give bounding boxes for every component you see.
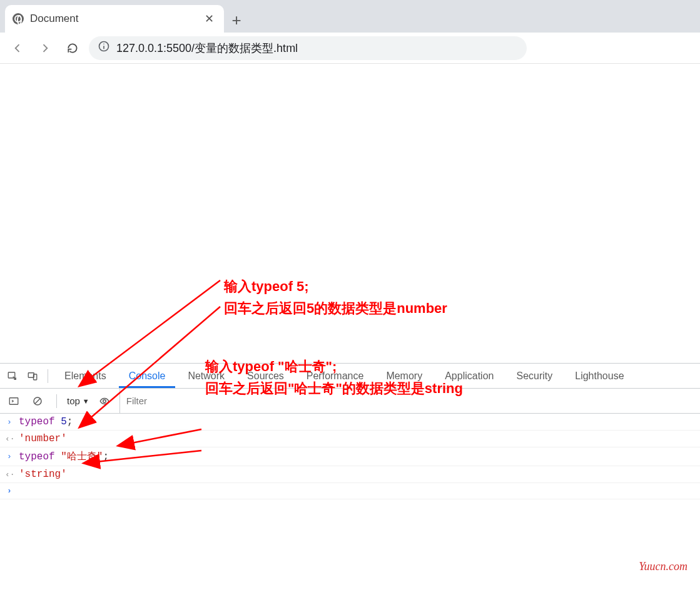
new-tab-button[interactable]: + — [224, 8, 249, 33]
separator — [48, 369, 48, 383]
live-expression-icon[interactable] — [96, 392, 113, 410]
clear-console-icon[interactable] — [29, 392, 46, 410]
close-tab-icon[interactable]: ✕ — [202, 12, 216, 26]
annotation-2-line2: 回车之后返回"哈士奇"的数据类型是string — [205, 377, 463, 399]
globe-icon — [13, 13, 24, 24]
browser-tab[interactable]: Document ✕ — [5, 5, 224, 33]
annotation-2: 输入typeof "哈士奇"; 回车之后返回"哈士奇"的数据类型是string — [205, 355, 463, 399]
svg-line-8 — [35, 399, 40, 404]
console-input-row: › typeof 5; — [0, 414, 700, 431]
reload-button[interactable] — [61, 37, 84, 59]
browser-toolbar: 127.0.0.1:5500/变量的数据类型.html — [0, 33, 700, 64]
address-bar[interactable]: 127.0.0.1:5500/变量的数据类型.html — [89, 36, 527, 60]
svg-point-2 — [103, 43, 104, 44]
tab-elements[interactable]: Elements — [54, 364, 116, 388]
console-output-row: ‹· 'number' — [0, 431, 700, 447]
svg-point-9 — [103, 399, 106, 402]
tab-security[interactable]: Security — [506, 364, 562, 388]
forward-button[interactable] — [34, 37, 56, 59]
annotation-2-line1: 输入typeof "哈士奇"; — [205, 355, 463, 377]
annotation-1: 输入typeof 5; 回车之后返回5的数据类型是number — [224, 275, 447, 319]
tab-console[interactable]: Console — [119, 364, 176, 388]
tab-bar: Document ✕ + — [0, 0, 700, 33]
console-result: 'number' — [19, 433, 67, 444]
console-prompt-row[interactable]: › — [0, 483, 700, 499]
inspect-element-icon[interactable] — [4, 367, 21, 385]
watermark: Yuucn.com — [639, 560, 687, 573]
output-chevron-icon: ‹· — [5, 470, 14, 479]
device-toolbar-icon[interactable] — [24, 367, 41, 385]
prompt-chevron-icon: › — [5, 486, 14, 496]
input-chevron-icon: › — [5, 452, 14, 461]
back-button[interactable] — [6, 37, 29, 59]
context-label: top — [67, 396, 80, 406]
annotation-1-line1: 输入typeof 5; — [224, 275, 447, 297]
output-chevron-icon: ‹· — [5, 434, 14, 444]
console-input-row: › typeof "哈士奇"; — [0, 447, 700, 466]
console-code: typeof 5; — [19, 416, 73, 427]
tab-title: Document — [30, 13, 196, 25]
console-result: 'string' — [19, 469, 67, 480]
console-code: typeof "哈士奇"; — [19, 450, 109, 463]
url-text: 127.0.0.1:5500/变量的数据类型.html — [116, 41, 298, 56]
annotation-1-line2: 回车之后返回5的数据类型是number — [224, 297, 447, 319]
console-output-row: ‹· 'string' — [0, 466, 700, 483]
chevron-down-icon: ▼ — [83, 397, 89, 405]
console-output[interactable]: › typeof 5; ‹· 'number' › typeof "哈士奇"; … — [0, 414, 700, 499]
input-chevron-icon: › — [5, 417, 14, 427]
page-viewport: 输入typeof 5; 回车之后返回5的数据类型是number — [0, 64, 700, 363]
separator — [56, 394, 57, 408]
info-icon[interactable] — [98, 40, 110, 56]
tab-lighthouse[interactable]: Lighthouse — [565, 364, 634, 388]
context-selector[interactable]: top ▼ — [67, 396, 89, 406]
console-sidebar-toggle-icon[interactable] — [5, 392, 23, 410]
